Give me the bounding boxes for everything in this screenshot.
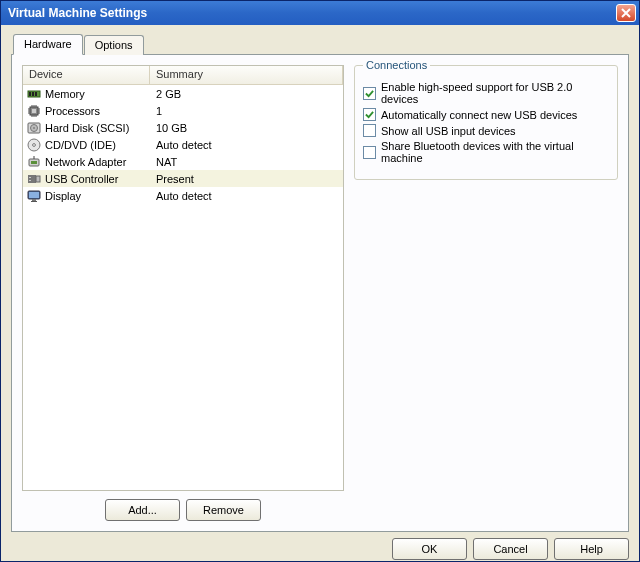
- left-pane: Device Summary Memory2 GBProcessors1Hard…: [22, 65, 344, 521]
- checkbox-option[interactable]: Show all USB input devices: [363, 124, 609, 137]
- device-cell: Memory: [23, 86, 150, 102]
- checkbox-list: Enable high-speed support for USB 2.0 de…: [363, 81, 609, 164]
- checkbox-box: [363, 146, 376, 159]
- list-header: Device Summary: [23, 66, 343, 85]
- checkbox-label: Share Bluetooth devices with the virtual…: [381, 140, 609, 164]
- device-summary: 1: [150, 105, 343, 117]
- tab-panel: Device Summary Memory2 GBProcessors1Hard…: [11, 54, 629, 532]
- list-rows: Memory2 GBProcessors1Hard Disk (SCSI)10 …: [23, 85, 343, 490]
- device-name: Memory: [45, 88, 85, 100]
- connections-group: Connections Enable high-speed support fo…: [354, 65, 618, 180]
- checkbox-box: [363, 108, 376, 121]
- client-area: Hardware Options Device Summary Memory2 …: [1, 25, 639, 562]
- device-cell: USB Controller: [23, 171, 150, 187]
- device-row[interactable]: Memory2 GB: [23, 85, 343, 102]
- device-summary: Auto detect: [150, 190, 343, 202]
- checkbox-option[interactable]: Enable high-speed support for USB 2.0 de…: [363, 81, 609, 105]
- device-row[interactable]: Network AdapterNAT: [23, 153, 343, 170]
- device-cell: Processors: [23, 103, 150, 119]
- device-cell: Display: [23, 188, 150, 204]
- svg-rect-20: [31, 201, 37, 202]
- close-icon: [621, 8, 631, 18]
- device-row[interactable]: USB ControllerPresent: [23, 170, 343, 187]
- checkbox-option[interactable]: Automatically connect new USB devices: [363, 108, 609, 121]
- svg-rect-3: [35, 92, 37, 96]
- svg-point-8: [33, 127, 35, 129]
- remove-button[interactable]: Remove: [186, 499, 261, 521]
- device-cell: Network Adapter: [23, 154, 150, 170]
- device-row[interactable]: DisplayAuto detect: [23, 187, 343, 204]
- device-summary: 10 GB: [150, 122, 343, 134]
- cpu-icon: [26, 103, 42, 119]
- cd-icon: [26, 137, 42, 153]
- memory-icon: [26, 86, 42, 102]
- device-name: CD/DVD (IDE): [45, 139, 116, 151]
- svg-rect-16: [29, 180, 31, 181]
- disk-icon: [26, 120, 42, 136]
- list-buttons: Add... Remove: [22, 499, 344, 521]
- checkbox-box: [363, 124, 376, 137]
- svg-rect-2: [32, 92, 34, 96]
- device-name: Processors: [45, 105, 100, 117]
- device-summary: 2 GB: [150, 88, 343, 100]
- device-cell: Hard Disk (SCSI): [23, 120, 150, 136]
- svg-rect-14: [36, 176, 40, 182]
- help-button[interactable]: Help: [554, 538, 629, 560]
- add-button[interactable]: Add...: [105, 499, 180, 521]
- cancel-button[interactable]: Cancel: [473, 538, 548, 560]
- right-pane: Connections Enable high-speed support fo…: [354, 65, 618, 521]
- device-name: Display: [45, 190, 81, 202]
- svg-rect-18: [29, 192, 39, 198]
- device-name: Network Adapter: [45, 156, 126, 168]
- device-row[interactable]: Hard Disk (SCSI)10 GB: [23, 119, 343, 136]
- device-row[interactable]: Processors1: [23, 102, 343, 119]
- checkbox-label: Enable high-speed support for USB 2.0 de…: [381, 81, 609, 105]
- device-name: USB Controller: [45, 173, 118, 185]
- svg-rect-19: [32, 199, 36, 201]
- tab-options[interactable]: Options: [84, 35, 144, 55]
- ok-button[interactable]: OK: [392, 538, 467, 560]
- svg-rect-5: [32, 109, 36, 113]
- group-title: Connections: [363, 59, 430, 71]
- settings-window: Virtual Machine Settings Hardware Option…: [0, 0, 640, 562]
- checkbox-option[interactable]: Share Bluetooth devices with the virtual…: [363, 140, 609, 164]
- display-icon: [26, 188, 42, 204]
- checkbox-label: Show all USB input devices: [381, 125, 516, 137]
- titlebar: Virtual Machine Settings: [1, 1, 639, 25]
- checkbox-box: [363, 87, 376, 100]
- device-summary: Auto detect: [150, 139, 343, 151]
- svg-rect-13: [28, 175, 36, 183]
- tabstrip: Hardware Options: [13, 33, 629, 54]
- device-summary: Present: [150, 173, 343, 185]
- close-button[interactable]: [616, 4, 636, 22]
- device-name: Hard Disk (SCSI): [45, 122, 129, 134]
- net-icon: [26, 154, 42, 170]
- usb-icon: [26, 171, 42, 187]
- svg-rect-15: [29, 177, 31, 178]
- checkbox-label: Automatically connect new USB devices: [381, 109, 577, 121]
- window-title: Virtual Machine Settings: [8, 6, 616, 20]
- column-device[interactable]: Device: [23, 66, 150, 84]
- column-summary[interactable]: Summary: [150, 66, 343, 84]
- svg-rect-1: [29, 92, 31, 96]
- tab-hardware[interactable]: Hardware: [13, 34, 83, 55]
- svg-point-10: [33, 143, 36, 146]
- svg-rect-12: [31, 161, 37, 164]
- dialog-buttons: OK Cancel Help: [11, 538, 629, 560]
- device-cell: CD/DVD (IDE): [23, 137, 150, 153]
- device-row[interactable]: CD/DVD (IDE)Auto detect: [23, 136, 343, 153]
- device-summary: NAT: [150, 156, 343, 168]
- device-list[interactable]: Device Summary Memory2 GBProcessors1Hard…: [22, 65, 344, 491]
